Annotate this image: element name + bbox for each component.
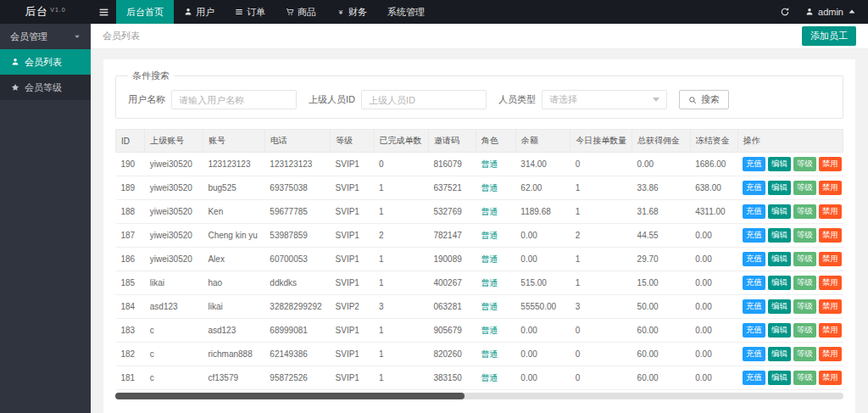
disable-button[interactable]: 禁用 xyxy=(819,181,842,195)
add-staff-button[interactable]: 添加员工 xyxy=(802,26,856,46)
disable-button[interactable]: 禁用 xyxy=(819,276,842,290)
disable-button[interactable]: 禁用 xyxy=(819,323,842,338)
admin-menu[interactable]: admin xyxy=(798,0,868,24)
cell: 60.00 xyxy=(632,319,691,343)
search-button[interactable]: 搜索 xyxy=(679,90,729,109)
horizontal-scrollbar-thumb[interactable] xyxy=(115,393,465,399)
search-button-label: 搜索 xyxy=(701,93,720,106)
cell: 816079 xyxy=(428,153,476,176)
level-button[interactable]: 等级 xyxy=(793,252,816,266)
recharge-button[interactable]: 充值 xyxy=(743,323,765,338)
app-logo: 后台V1.0 xyxy=(0,0,91,24)
edit-button[interactable]: 编辑 xyxy=(768,347,791,361)
edit-button[interactable]: 编辑 xyxy=(768,371,791,385)
cell-role: 普通 xyxy=(476,295,515,319)
recharge-button[interactable]: 充值 xyxy=(743,157,765,171)
level-button[interactable]: 等级 xyxy=(793,276,816,290)
refresh-button[interactable] xyxy=(771,0,798,24)
cell: 1 xyxy=(570,176,632,200)
sidebar-item-label: 会员列表 xyxy=(25,56,62,69)
recharge-button[interactable]: 充值 xyxy=(743,204,765,219)
level-button[interactable]: 等级 xyxy=(793,157,816,171)
cell: 1 xyxy=(570,200,632,224)
recharge-button[interactable]: 充值 xyxy=(743,299,765,314)
sidebar-group-member-management[interactable]: 会员管理 xyxy=(0,24,91,49)
cell: 905679 xyxy=(428,319,476,343)
edit-button[interactable]: 编辑 xyxy=(768,204,791,219)
table-row: 186yiwei30520Alex60700053SVIP11190089普通0… xyxy=(116,248,843,271)
role-link[interactable]: 普通 xyxy=(481,183,498,193)
disable-button[interactable]: 禁用 xyxy=(819,204,842,219)
cell: c xyxy=(145,343,203,366)
nav-item-goods[interactable]: 商品 xyxy=(275,0,326,24)
cell-role: 普通 xyxy=(476,319,515,343)
recharge-button[interactable]: 充值 xyxy=(743,276,765,290)
member-type-select[interactable]: 请选择 xyxy=(542,90,667,109)
cell: 0.00 xyxy=(515,224,570,248)
level-button[interactable]: 等级 xyxy=(793,323,816,338)
level-button[interactable]: 等级 xyxy=(793,299,816,314)
cell-actions: 充值编辑等级禁用 xyxy=(737,271,843,295)
role-link[interactable]: 普通 xyxy=(481,254,498,264)
cell: 0.00 xyxy=(690,224,737,248)
recharge-button[interactable]: 充值 xyxy=(743,228,765,243)
sidebar-item-member-list[interactable]: 会员列表 xyxy=(0,49,91,75)
nav-item-system[interactable]: 系统管理 xyxy=(377,0,435,24)
role-link[interactable]: 普通 xyxy=(481,207,498,216)
column-header: 等级 xyxy=(331,130,374,153)
level-button[interactable]: 等级 xyxy=(793,347,816,361)
edit-button[interactable]: 编辑 xyxy=(768,228,791,243)
cell: 1 xyxy=(374,319,428,343)
cell: 0 xyxy=(570,319,632,343)
level-button[interactable]: 等级 xyxy=(793,228,816,243)
level-button[interactable]: 等级 xyxy=(793,204,816,219)
sidebar-item-member-level[interactable]: 会员等级 xyxy=(0,75,91,100)
cell: 1 xyxy=(570,248,632,271)
recharge-button[interactable]: 充值 xyxy=(743,181,765,195)
cell: 0.00 xyxy=(690,248,737,271)
role-link[interactable]: 普通 xyxy=(481,278,498,287)
nav-item-user[interactable]: 用户 xyxy=(174,0,225,24)
disable-button[interactable]: 禁用 xyxy=(819,347,842,361)
role-link[interactable]: 普通 xyxy=(481,349,498,359)
disable-button[interactable]: 禁用 xyxy=(819,371,842,385)
nav-item-order[interactable]: 订单 xyxy=(225,0,275,24)
role-link[interactable]: 普通 xyxy=(481,159,498,169)
recharge-button[interactable]: 充值 xyxy=(743,347,765,361)
recharge-button[interactable]: 充值 xyxy=(743,371,765,385)
menu-toggle-icon[interactable] xyxy=(91,0,116,24)
cell: 3 xyxy=(570,295,632,319)
edit-button[interactable]: 编辑 xyxy=(768,299,791,314)
disable-button[interactable]: 禁用 xyxy=(819,157,842,171)
username-input[interactable] xyxy=(171,90,297,109)
nav-item-home[interactable]: 后台首页 xyxy=(116,0,174,24)
recharge-button[interactable]: 充值 xyxy=(743,252,765,266)
edit-button[interactable]: 编辑 xyxy=(768,252,791,266)
horizontal-scrollbar[interactable] xyxy=(115,393,843,399)
search-icon xyxy=(688,96,697,104)
disable-button[interactable]: 禁用 xyxy=(819,228,842,243)
disable-button[interactable]: 禁用 xyxy=(819,299,842,314)
role-link[interactable]: 普通 xyxy=(481,302,498,311)
cell: 55550.00 xyxy=(515,295,570,319)
edit-button[interactable]: 编辑 xyxy=(768,323,791,338)
edit-button[interactable]: 编辑 xyxy=(768,276,791,290)
level-button[interactable]: 等级 xyxy=(793,181,816,195)
sidebar-group-label: 会员管理 xyxy=(10,31,47,43)
role-link[interactable]: 普通 xyxy=(481,326,498,335)
edit-button[interactable]: 编辑 xyxy=(768,157,791,171)
edit-button[interactable]: 编辑 xyxy=(768,181,791,195)
topbar-right: admin xyxy=(771,0,868,24)
role-link[interactable]: 普通 xyxy=(481,231,498,240)
parent-id-input[interactable] xyxy=(361,90,487,109)
cell-actions: 充值编辑等级禁用 xyxy=(737,176,843,200)
nav-item-finance[interactable]: ¥财务 xyxy=(326,0,377,24)
role-link[interactable]: 普通 xyxy=(481,373,498,382)
column-header: 冻结资金 xyxy=(690,130,737,153)
cell: 063281 xyxy=(428,295,476,319)
cell: 60700053 xyxy=(264,248,330,271)
level-button[interactable]: 等级 xyxy=(793,371,816,385)
table-row: 189yiwei30520bug52569375038SVIP11637521普… xyxy=(116,176,843,200)
disable-button[interactable]: 禁用 xyxy=(819,252,842,266)
level-icon xyxy=(11,83,19,92)
